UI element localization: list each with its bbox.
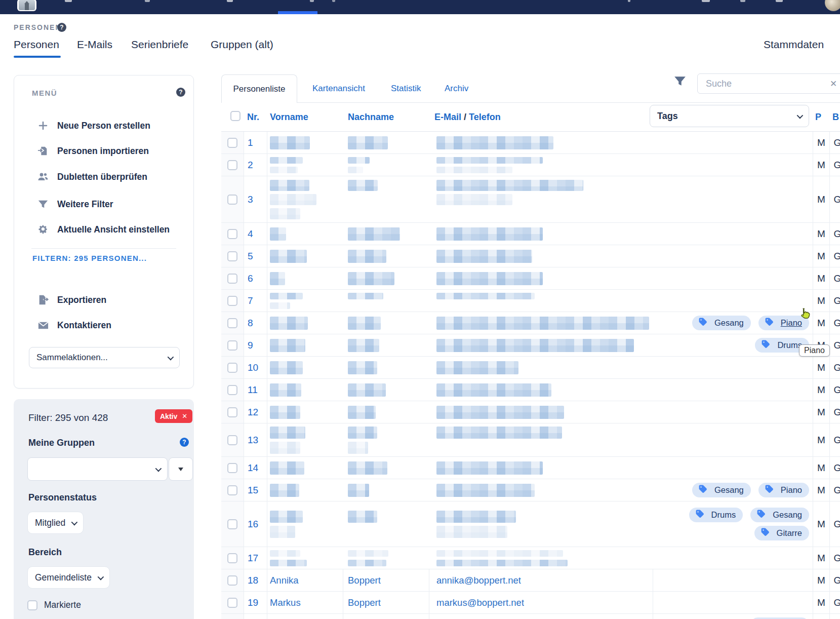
row-number[interactable]: 8: [244, 312, 267, 334]
row-checkbox[interactable]: [227, 553, 237, 563]
table-row[interactable]: 6MG: [221, 267, 840, 290]
table-row[interactable]: 7MG: [221, 290, 840, 312]
tag-pill-gesang[interactable]: Gesang: [750, 508, 809, 522]
gruppen-help-icon[interactable]: ?: [180, 438, 189, 447]
row-checkbox[interactable]: [227, 519, 237, 529]
bereich-select[interactable]: Gemeindeliste: [27, 566, 110, 589]
table-row[interactable]: 4MG: [221, 223, 840, 245]
menu-item-neue-person[interactable]: Neue Person erstellen: [37, 118, 150, 133]
table-row[interactable]: 16DrumsGesangGitarreMG: [221, 501, 840, 547]
menu-item-weitere-filter[interactable]: Weitere Filter: [37, 197, 113, 212]
tags-filter-select[interactable]: Tags: [650, 105, 809, 127]
row-number[interactable]: 4: [244, 223, 267, 245]
cell-text[interactable]: Markus: [270, 597, 301, 608]
tag-pill-drums[interactable]: Drums: [689, 508, 743, 522]
tab-archiv[interactable]: Archiv: [445, 84, 468, 94]
filter-active-badge[interactable]: Aktiv ✕: [155, 409, 192, 423]
gruppen-dropdown-button[interactable]: [169, 457, 193, 481]
menu-item-kontaktieren[interactable]: Kontaktieren: [37, 318, 111, 333]
row-number[interactable]: 5: [244, 245, 267, 267]
tab-statistik[interactable]: Statistik: [391, 84, 421, 94]
tab-gruppen-alt[interactable]: Gruppen (alt): [211, 38, 273, 51]
table-row[interactable]: 15GesangPianoMG: [221, 479, 840, 501]
table-row[interactable]: 19MarkusBoppertmarkus@boppert.netMG: [221, 592, 840, 614]
row-checkbox[interactable]: [227, 160, 237, 170]
menu-item-personen-importieren[interactable]: Personen importieren: [37, 143, 149, 159]
row-checkbox[interactable]: [227, 251, 237, 261]
cell-text[interactable]: Boppert: [348, 575, 381, 586]
row-checkbox[interactable]: [227, 463, 237, 473]
row-number[interactable]: 7: [244, 290, 267, 312]
row-number[interactable]: 12: [244, 401, 267, 423]
close-icon[interactable]: ✕: [182, 412, 187, 420]
row-number[interactable]: 2: [244, 154, 267, 176]
cell-text[interactable]: Annika: [270, 575, 299, 586]
row-number[interactable]: 18: [244, 569, 267, 591]
tab-personenliste[interactable]: Personenliste: [221, 74, 297, 103]
table-row[interactable]: 2MG: [221, 154, 840, 176]
table-filter-icon[interactable]: [673, 74, 687, 90]
row-number[interactable]: 1: [244, 132, 267, 153]
row-number[interactable]: 19: [244, 592, 267, 613]
menu-item-dubletten[interactable]: Dubletten überprüfen: [37, 169, 147, 184]
table-row[interactable]: 12MG: [221, 401, 840, 423]
markierte-checkbox[interactable]: [27, 600, 37, 610]
cell-text[interactable]: annika@boppert.net: [436, 575, 521, 586]
row-checkbox[interactable]: [227, 274, 237, 284]
table-row[interactable]: 3MG: [221, 176, 840, 223]
row-number[interactable]: 6: [244, 267, 267, 289]
row-number[interactable]: 13: [244, 423, 267, 456]
table-row[interactable]: 13MG: [221, 423, 840, 457]
col-header-p[interactable]: P: [815, 112, 821, 123]
row-number[interactable]: 14: [244, 457, 267, 479]
row-checkbox[interactable]: [227, 575, 237, 586]
row-checkbox[interactable]: [227, 385, 237, 395]
table-row[interactable]: 18AnnikaBoppertannika@boppert.netMG: [221, 569, 840, 592]
tag-pill-gitarre[interactable]: Gitarre: [754, 526, 809, 540]
tab-personen[interactable]: Personen: [14, 38, 59, 51]
table-row[interactable]: 9DrumsMG: [221, 334, 840, 357]
tab-kartenansicht[interactable]: Kartenansicht: [312, 84, 365, 94]
row-number[interactable]: 15: [244, 479, 267, 501]
app-logo[interactable]: [17, 0, 36, 11]
search-input[interactable]: [698, 79, 814, 89]
filtern-link[interactable]: FILTERN: 295 PERSONEN...: [32, 254, 147, 262]
row-checkbox[interactable]: [227, 363, 237, 373]
row-number[interactable]: 3: [244, 176, 267, 222]
personenstatus-select[interactable]: Mitglied: [27, 512, 84, 534]
row-number[interactable]: 16: [244, 501, 267, 547]
table-row[interactable]: 20JudithBökerJudith-Boeker@gmx.deBeamerM…: [221, 614, 840, 619]
col-header-email-telefon[interactable]: E-Mail / Telefon: [434, 112, 501, 123]
table-row[interactable]: 14MG: [221, 457, 840, 479]
row-number[interactable]: 17: [244, 547, 267, 569]
select-all-checkbox[interactable]: [230, 111, 241, 121]
col-header-nachname[interactable]: Nachname: [348, 112, 394, 123]
row-checkbox[interactable]: [227, 195, 237, 205]
col-header-vorname[interactable]: Vorname: [270, 112, 308, 123]
menu-item-exportieren[interactable]: Exportieren: [37, 292, 106, 307]
col-header-nr[interactable]: Nr.: [247, 112, 259, 123]
tag-pill-gesang[interactable]: Gesang: [692, 483, 751, 497]
cell-text[interactable]: markus@boppert.net: [436, 597, 524, 608]
tab-serienbriefe[interactable]: Serienbriefe: [131, 38, 188, 51]
row-number[interactable]: 20: [244, 614, 267, 619]
row-checkbox[interactable]: [227, 407, 237, 417]
table-row[interactable]: 8GesangPianoMG: [221, 312, 840, 334]
row-number[interactable]: 9: [244, 334, 267, 356]
meine-gruppen-select[interactable]: [27, 457, 168, 481]
row-number[interactable]: 10: [244, 357, 267, 378]
tab-stammdaten[interactable]: Stammdaten: [764, 38, 824, 51]
row-checkbox[interactable]: [227, 229, 237, 239]
row-checkbox[interactable]: [227, 318, 237, 328]
row-checkbox[interactable]: [227, 340, 237, 351]
menu-item-ansicht-einstellen[interactable]: Aktuelle Ansicht einstellen: [37, 222, 170, 237]
table-row[interactable]: 17MG: [221, 547, 840, 569]
clear-search-icon[interactable]: ✕: [830, 79, 837, 89]
table-row[interactable]: 1MG: [221, 132, 840, 154]
table-row[interactable]: 5MG: [221, 245, 840, 267]
cell-text[interactable]: Boppert: [348, 597, 381, 608]
table-row[interactable]: 11MG: [221, 379, 840, 401]
menu-help-icon[interactable]: ?: [176, 88, 185, 97]
tab-emails[interactable]: E-Mails: [77, 38, 112, 51]
col-header-b[interactable]: B: [832, 112, 839, 123]
